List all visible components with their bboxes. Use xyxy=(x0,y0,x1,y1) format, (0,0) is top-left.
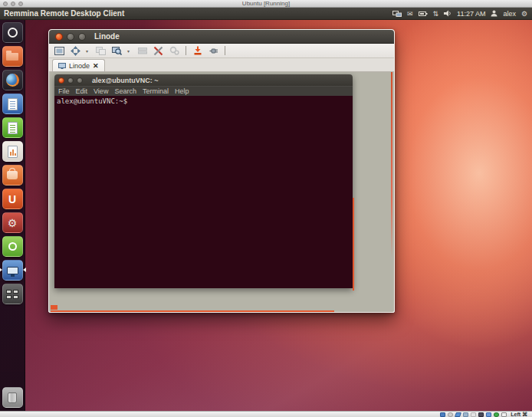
toolbar-separator xyxy=(186,46,186,55)
clock[interactable]: 11:27 AM xyxy=(457,10,485,18)
trash-can-glyph xyxy=(8,392,17,403)
network-status-icon[interactable] xyxy=(494,412,499,417)
fullscreen-icon[interactable] xyxy=(54,45,65,57)
menu-file[interactable]: File xyxy=(58,87,70,95)
desktop-wallpaper: U ⚙ Linode xyxy=(0,20,532,411)
menu-help[interactable]: Help xyxy=(175,87,189,95)
terminal-screen[interactable]: alex@ubuntuVNC:~$ xyxy=(54,96,353,288)
update-manager-icon[interactable] xyxy=(2,236,23,257)
connection-tab-linode[interactable]: Linode ✕ xyxy=(52,59,105,71)
volume-icon[interactable] xyxy=(444,10,452,17)
session-gear-icon[interactable]: ⚙ xyxy=(521,8,527,20)
focused-indicator-arrow xyxy=(23,268,26,272)
vnc-artifact-blob xyxy=(51,305,57,310)
menu-view[interactable]: View xyxy=(94,87,108,95)
usb-icon[interactable] xyxy=(463,412,468,417)
vnc-artifact-line xyxy=(391,72,392,258)
battery-icon[interactable] xyxy=(419,11,428,17)
remmina-window: Linode ▾ ▾ xyxy=(48,29,395,313)
vnc-artifact-line xyxy=(353,198,354,291)
optical-disc-icon[interactable] xyxy=(448,412,453,417)
system-settings-icon[interactable]: ⚙ xyxy=(2,212,23,233)
tab-label: Linode xyxy=(69,62,90,70)
vnc-artifact-line xyxy=(51,310,334,312)
running-indicator-arrow xyxy=(0,268,2,272)
minimize-button[interactable] xyxy=(67,77,74,84)
monitor-glyph xyxy=(7,267,18,274)
ubuntu-one-icon[interactable]: U xyxy=(2,189,23,209)
minimize-button[interactable] xyxy=(67,33,74,41)
unity-launcher: U ⚙ xyxy=(0,20,25,411)
terminal-window-title: alex@ubuntuVNC: ~ xyxy=(92,77,159,84)
libreoffice-writer-icon[interactable] xyxy=(2,94,23,114)
tools-icon[interactable] xyxy=(153,45,164,57)
indicator-area: ✉ ⇅ 11:27 AM alex ⚙ xyxy=(392,8,532,20)
shopping-bag-glyph xyxy=(7,171,18,179)
firefox-icon[interactable] xyxy=(2,70,23,90)
host-key-label: Left ⌘ xyxy=(511,412,527,417)
menu-search[interactable]: Search xyxy=(114,87,136,95)
zoom-dropdown-icon[interactable]: ▾ xyxy=(127,48,132,54)
ubuntu-top-panel: Remmina Remote Desktop Client ✉ ⇅ 11:27 … xyxy=(0,8,532,20)
trash-icon[interactable] xyxy=(2,387,23,408)
connect-icon[interactable] xyxy=(192,45,203,57)
vm-titlebar[interactable]: Ubuntu [Running] xyxy=(0,0,532,8)
maximize-button[interactable] xyxy=(78,33,86,41)
fit-window-icon[interactable] xyxy=(70,45,81,57)
writer-page-glyph xyxy=(8,98,18,110)
auto-resize-icon[interactable] xyxy=(501,412,507,417)
mail-envelope-icon[interactable]: ✉ xyxy=(407,8,413,20)
sync-arrows-icon[interactable]: ⇅ xyxy=(433,8,439,20)
firefox-globe xyxy=(6,74,19,87)
gears-icon[interactable] xyxy=(169,45,180,57)
grab-keyboard-icon[interactable] xyxy=(136,45,148,57)
maximize-button[interactable] xyxy=(77,77,83,84)
shell-prompt: alex@ubuntuVNC:~$ xyxy=(57,97,127,105)
dash-home-icon[interactable] xyxy=(2,22,23,43)
virtualbox-statusbar: Left ⌘ xyxy=(0,411,532,417)
video-capture-icon[interactable] xyxy=(486,412,491,417)
app-menu-title[interactable]: Remmina Remote Desktop Client xyxy=(0,9,124,18)
zoom-icon[interactable] xyxy=(111,45,123,57)
close-button[interactable] xyxy=(58,77,64,84)
home-folder-icon[interactable] xyxy=(2,46,23,67)
remote-terminal-window: alex@ubuntuVNC: ~ File Edit View Search … xyxy=(54,74,353,288)
workspace-switcher-icon[interactable] xyxy=(2,284,23,304)
virtualbox-vm-window: Ubuntu [Running] Remmina Remote Desktop … xyxy=(0,0,532,417)
scaled-mode-icon[interactable] xyxy=(95,45,107,57)
remmina-window-title: Linode xyxy=(94,32,120,41)
close-button[interactable] xyxy=(55,33,63,41)
libreoffice-calc-icon[interactable] xyxy=(2,117,23,138)
remmina-titlebar[interactable]: Linode xyxy=(49,30,394,44)
ubuntu-logo xyxy=(8,242,17,251)
vm-window-title: Ubuntu [Running] xyxy=(0,0,532,8)
remmina-toolbar: ▾ ▾ xyxy=(49,44,394,58)
menu-terminal[interactable]: Terminal xyxy=(143,87,169,95)
remmina-icon[interactable] xyxy=(2,260,23,281)
hdd-icon[interactable] xyxy=(440,412,445,417)
libreoffice-impress-icon[interactable] xyxy=(2,141,23,162)
network-adapter-icon[interactable] xyxy=(455,412,461,417)
calc-page-glyph xyxy=(8,122,18,134)
shared-folders-icon[interactable] xyxy=(471,412,476,417)
username-label[interactable]: alex xyxy=(503,10,516,18)
user-icon[interactable] xyxy=(491,10,498,17)
network-monitors-icon[interactable] xyxy=(392,10,402,18)
fit-window-dropdown-icon[interactable]: ▾ xyxy=(86,48,90,54)
vnc-viewport[interactable]: alex@ubuntuVNC: ~ File Edit View Search … xyxy=(49,72,394,312)
menu-edit[interactable]: Edit xyxy=(76,87,88,95)
impress-chart-glyph xyxy=(8,146,18,158)
disconnect-icon[interactable] xyxy=(208,45,219,57)
tab-close-icon[interactable]: ✕ xyxy=(93,62,99,70)
display-icon[interactable] xyxy=(478,412,484,417)
tab-display-icon xyxy=(58,63,66,69)
terminal-menubar: File Edit View Search Terminal Help xyxy=(54,86,353,96)
remmina-tabbar: Linode ✕ xyxy=(49,58,394,72)
ubuntu-software-center-icon[interactable] xyxy=(2,165,23,186)
workspace-grid-glyph xyxy=(6,290,18,299)
terminal-titlebar[interactable]: alex@ubuntuVNC: ~ xyxy=(54,74,353,86)
folder-glyph xyxy=(6,53,18,61)
toolbar-separator xyxy=(225,46,225,55)
ubuntu-logo xyxy=(8,28,18,38)
